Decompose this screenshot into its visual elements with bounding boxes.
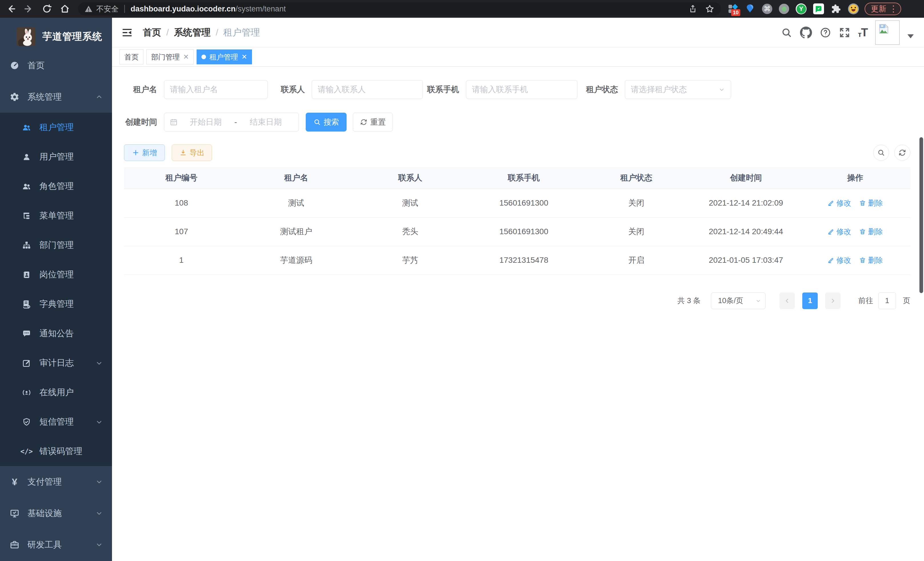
- edit-link[interactable]: 修改: [827, 227, 851, 237]
- sidebar: 芋道管理系统 首页 系统管理 租户管理 用户管理 角色管理 菜单管理 部门管理 …: [0, 18, 112, 561]
- table-header-row: 租户编号 租户名 联系人 联系手机 租户状态 创建时间 操作: [124, 167, 910, 189]
- browser-menu-icon[interactable]: ⋮: [889, 5, 898, 13]
- chrome-update-button[interactable]: 更新 ⋮: [865, 3, 901, 15]
- delete-link[interactable]: 删除: [859, 198, 883, 208]
- prev-page-button[interactable]: [779, 293, 795, 309]
- sidebar-item-notice[interactable]: 通知公告: [0, 319, 112, 348]
- message-icon: [21, 329, 32, 338]
- dashboard-icon: [9, 61, 20, 70]
- tab-tenant[interactable]: 租户管理 ✕: [196, 50, 252, 64]
- edit-link[interactable]: 修改: [827, 198, 851, 208]
- extension-command-icon[interactable]: ⌘: [762, 4, 772, 14]
- table-search-toggle-button[interactable]: [873, 145, 889, 161]
- tenant-table: 租户编号 租户名 联系人 联系手机 租户状态 创建时间 操作 108 测试 测试…: [124, 167, 910, 275]
- chevron-down-icon: [755, 298, 761, 304]
- goto-page-input[interactable]: [878, 293, 896, 309]
- add-button[interactable]: 新增: [124, 144, 165, 161]
- browser-reload-icon[interactable]: [42, 4, 52, 14]
- status-select[interactable]: 请选择租户状态: [625, 80, 731, 99]
- current-page-button[interactable]: 1: [802, 293, 818, 309]
- help-icon[interactable]: [820, 27, 831, 38]
- mobile-input[interactable]: [472, 85, 572, 94]
- sidebar-item-user[interactable]: 用户管理: [0, 142, 112, 171]
- table-refresh-button[interactable]: [894, 145, 910, 161]
- reset-button[interactable]: 重置: [353, 113, 393, 132]
- extensions-puzzle-icon[interactable]: [831, 3, 842, 14]
- avatar[interactable]: [875, 20, 900, 45]
- bookmark-star-icon[interactable]: [705, 4, 715, 14]
- monitor-icon: [9, 508, 20, 518]
- browser-home-icon[interactable]: [60, 4, 70, 14]
- col-created: 创建时间: [692, 167, 800, 189]
- tab-home[interactable]: 首页: [119, 50, 143, 64]
- page-size-select[interactable]: 10条/页: [711, 293, 766, 309]
- close-icon[interactable]: ✕: [242, 53, 247, 61]
- scrollbar-thumb[interactable]: [920, 137, 923, 293]
- sidebar-item-dev-tools[interactable]: 研发工具: [0, 529, 112, 560]
- header-search-icon[interactable]: [781, 27, 792, 38]
- app-logo-row[interactable]: 芋道管理系统: [0, 23, 112, 50]
- search-button[interactable]: 搜索: [306, 113, 346, 132]
- contact-input[interactable]: [318, 85, 417, 94]
- extension-record-icon[interactable]: [779, 4, 789, 14]
- security-warning-icon[interactable]: [84, 5, 93, 13]
- sidebar-item-tenant[interactable]: 租户管理: [0, 113, 112, 142]
- sidebar-item-menu[interactable]: 菜单管理: [0, 201, 112, 230]
- sidebar-toggle-icon[interactable]: [122, 27, 133, 38]
- next-page-button[interactable]: [825, 293, 841, 309]
- extension-grid-icon[interactable]: 10: [727, 3, 738, 14]
- close-icon[interactable]: ✕: [183, 53, 189, 61]
- col-tenant-id: 租户编号: [124, 167, 239, 189]
- user-icon: [21, 152, 32, 162]
- extension-balloon-icon[interactable]: [745, 3, 755, 14]
- breadcrumb-system[interactable]: 系统管理: [174, 26, 211, 39]
- browser-back-icon[interactable]: [6, 4, 16, 14]
- status-text: 关闭: [581, 189, 692, 217]
- edit-log-icon: [21, 359, 32, 368]
- sidebar-item-payment[interactable]: ¥ 支付管理: [0, 466, 112, 498]
- avatar-caret-down-icon[interactable]: [908, 34, 914, 38]
- yen-icon: ¥: [9, 476, 20, 487]
- sidebar-item-online-user[interactable]: 在线用户: [0, 378, 112, 407]
- delete-link[interactable]: 删除: [859, 255, 883, 265]
- chevron-down-icon: [95, 359, 103, 367]
- chevron-down-icon: [95, 510, 103, 517]
- page-unit-label: 页: [903, 296, 910, 306]
- sidebar-item-home[interactable]: 首页: [0, 50, 112, 81]
- address-bar[interactable]: 不安全 dashboard.yudao.iocoder.cn/system/te…: [78, 2, 721, 15]
- delete-link[interactable]: 删除: [859, 227, 883, 237]
- sidebar-item-audit-log[interactable]: 审计日志: [0, 348, 112, 378]
- code-icon: </>: [21, 447, 32, 456]
- users-icon: [21, 123, 32, 132]
- sidebar-item-dict[interactable]: 字典管理: [0, 289, 112, 319]
- profile-emoji-icon[interactable]: [848, 3, 859, 14]
- breadcrumb-home[interactable]: 首页: [143, 26, 161, 39]
- chevron-down-icon: [95, 541, 103, 548]
- tenant-name-input[interactable]: [170, 85, 262, 94]
- status-text: 开启: [581, 246, 692, 274]
- contact-input-wrap: [312, 80, 423, 99]
- date-range-picker[interactable]: 开始日期 - 结束日期: [164, 113, 299, 132]
- table-row: 1 芋道源码 芋艿 17321315478 开启 2021-01-05 17:0…: [124, 246, 910, 274]
- sidebar-item-dept[interactable]: 部门管理: [0, 230, 112, 260]
- tab-dept[interactable]: 部门管理 ✕: [146, 50, 194, 64]
- export-button[interactable]: 导出: [172, 144, 212, 161]
- fullscreen-icon[interactable]: [839, 27, 850, 38]
- github-icon[interactable]: [800, 27, 812, 39]
- extension-chat-icon[interactable]: [813, 3, 824, 14]
- tags-view-bar: 首页 部门管理 ✕ 租户管理 ✕: [112, 47, 924, 67]
- share-icon[interactable]: [688, 4, 698, 14]
- sidebar-item-post[interactable]: 岗位管理: [0, 260, 112, 289]
- sidebar-item-role[interactable]: 角色管理: [0, 171, 112, 201]
- browser-forward-icon[interactable]: [24, 4, 34, 14]
- sidebar-item-error-code[interactable]: </> 错误码管理: [0, 437, 112, 466]
- sidebar-item-infrastructure[interactable]: 基础设施: [0, 498, 112, 529]
- extension-y-icon[interactable]: Y: [796, 3, 807, 14]
- edit-link[interactable]: 修改: [827, 255, 851, 265]
- tenant-name-label: 租户名: [124, 84, 164, 95]
- calendar-icon: [170, 118, 178, 126]
- sidebar-item-sms[interactable]: 短信管理: [0, 407, 112, 437]
- font-size-icon[interactable]: тT: [858, 26, 867, 39]
- app-header: 首页 / 系统管理 / 租户管理 тT: [112, 18, 924, 47]
- sidebar-item-system[interactable]: 系统管理: [0, 81, 112, 113]
